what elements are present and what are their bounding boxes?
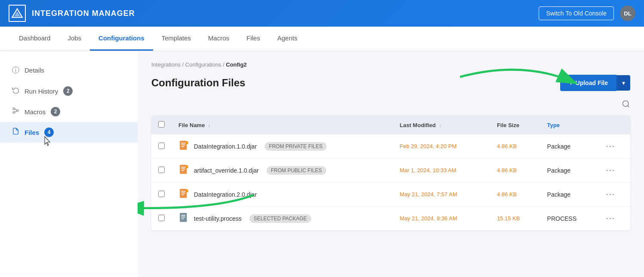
- file-type-icon: [178, 164, 190, 177]
- content-area: Integrations / Configurations / Config2 …: [138, 51, 644, 277]
- file-type: Package: [540, 183, 599, 207]
- files-badge: 4: [44, 128, 54, 137]
- sidebar-item-details-label: Details: [25, 67, 44, 74]
- sidebar-item-files-label: Files: [25, 129, 39, 136]
- row-more-button-1[interactable]: ···: [606, 166, 615, 175]
- svg-rect-20: [181, 191, 186, 192]
- page-title: Configuration Files: [151, 77, 245, 89]
- sidebar-item-macros[interactable]: Macros 2: [0, 101, 138, 122]
- file-date: May 21, 2024, 8:36 AM: [393, 207, 490, 231]
- svg-line-8: [628, 106, 629, 107]
- nav-item-jobs[interactable]: Jobs: [59, 27, 90, 51]
- table-row: test-utility.processSELECTED PACKAGEMay …: [151, 207, 630, 231]
- file-type-icon: [178, 212, 190, 225]
- svg-rect-11: [181, 145, 186, 146]
- svg-rect-18: [186, 165, 188, 168]
- upload-dropdown-button[interactable]: ▾: [616, 75, 630, 91]
- upload-file-button[interactable]: + Upload File: [560, 75, 616, 91]
- sidebar-item-run-history-label: Run History: [25, 88, 58, 95]
- file-type-icon: [178, 188, 190, 201]
- file-size: 4.86 KB: [490, 134, 540, 158]
- table-row: DataIntegration.1.0.djarFROM PRIVATE FIL…: [151, 134, 630, 158]
- breadcrumb: Integrations / Configurations / Config2: [151, 61, 630, 68]
- col-actions: [599, 116, 630, 134]
- header-right: Switch To Old Console DL: [539, 6, 635, 21]
- nav-item-dashboard[interactable]: Dashboard: [10, 27, 59, 51]
- svg-rect-12: [181, 146, 184, 147]
- svg-rect-22: [181, 195, 184, 195]
- files-icon: [12, 128, 19, 137]
- row-more-button-3[interactable]: ···: [606, 214, 615, 223]
- sort-icon-filename[interactable]: ↕: [208, 123, 211, 128]
- svg-rect-23: [186, 189, 188, 192]
- sidebar-item-macros-label: Macros: [25, 108, 46, 116]
- sidebar-item-run-history[interactable]: Run History 2: [0, 81, 138, 101]
- table-header-row: File Name ↕ Last Modified ↕ File Size Ty…: [151, 116, 630, 134]
- header-left: INTEGRATION MANAGER: [9, 5, 135, 22]
- file-type: Package: [540, 158, 599, 183]
- row-checkbox-1[interactable]: [158, 167, 165, 173]
- sidebar-item-files[interactable]: Files 4: [0, 122, 138, 143]
- select-all-header: [151, 116, 172, 134]
- file-size: 15.15 KB: [490, 207, 540, 231]
- file-name: DataIntegration.2.0.djar: [194, 191, 257, 198]
- col-filename: File Name ↕: [172, 116, 393, 134]
- svg-line-3: [15, 109, 16, 110]
- breadcrumb-configurations[interactable]: Configurations: [185, 61, 221, 68]
- app-header: INTEGRATION MANAGER Switch To Old Consol…: [0, 0, 644, 27]
- row-more-button-2[interactable]: ···: [606, 190, 615, 199]
- file-name: DataIntegration.1.0.djar: [194, 143, 257, 150]
- file-date: Feb 29, 2024, 4:20 PM: [393, 134, 490, 158]
- avatar: DL: [620, 6, 635, 21]
- breadcrumb-current: Config2: [226, 61, 246, 68]
- nav-item-files[interactable]: Files: [238, 27, 269, 51]
- upload-file-label: Upload File: [576, 79, 608, 86]
- plus-icon: +: [569, 79, 573, 87]
- svg-line-4: [15, 111, 16, 113]
- nav-item-configurations[interactable]: Configurations: [90, 27, 153, 51]
- col-type: Type: [540, 116, 599, 134]
- svg-rect-16: [181, 169, 186, 170]
- svg-rect-10: [181, 143, 186, 144]
- file-type: Package: [540, 134, 599, 158]
- file-name: artifact_override.1.0.djar: [194, 167, 259, 174]
- search-button[interactable]: [622, 100, 630, 110]
- sidebar: ⓘ Details Run History 2: [0, 51, 138, 277]
- svg-rect-26: [181, 217, 186, 218]
- switch-console-button[interactable]: Switch To Old Console: [539, 6, 614, 20]
- svg-rect-27: [181, 219, 184, 219]
- macros-icon: [12, 107, 19, 116]
- row-checkbox-3[interactable]: [158, 215, 165, 221]
- info-icon: ⓘ: [12, 65, 19, 75]
- file-date: May 21, 2024, 7:57 AM: [393, 183, 490, 207]
- row-checkbox-2[interactable]: [158, 191, 165, 197]
- sidebar-item-details[interactable]: ⓘ Details: [0, 60, 138, 81]
- breadcrumb-integrations[interactable]: Integrations: [151, 61, 181, 68]
- table-row: artifact_override.1.0.djarFROM PUBLIC FI…: [151, 158, 630, 183]
- page-header: Configuration Files + Upload File ▾: [151, 75, 630, 91]
- nav-item-agents[interactable]: Agents: [269, 27, 306, 51]
- select-all-checkbox[interactable]: [158, 121, 165, 128]
- sort-icon-lastmodified[interactable]: ↕: [439, 123, 442, 128]
- svg-point-7: [623, 101, 629, 107]
- history-icon: [12, 86, 19, 96]
- nav-item-templates[interactable]: Templates: [153, 27, 199, 51]
- run-history-badge: 2: [63, 86, 73, 96]
- file-type: PROCESS: [540, 207, 599, 231]
- header-actions: + Upload File ▾: [560, 75, 630, 91]
- chevron-down-icon: ▾: [622, 79, 625, 86]
- svg-point-1: [13, 112, 15, 113]
- svg-rect-21: [181, 193, 186, 194]
- svg-rect-25: [181, 215, 186, 216]
- col-filesize: File Size: [490, 116, 540, 134]
- file-name: test-utility.process: [194, 215, 242, 222]
- nav-item-macros[interactable]: Macros: [199, 27, 238, 51]
- svg-rect-13: [186, 141, 188, 144]
- cursor-indicator: [43, 136, 52, 148]
- main-layout: ⓘ Details Run History 2: [0, 51, 644, 277]
- table-row: DataIntegration.2.0.djarMay 21, 2024, 7:…: [151, 183, 630, 207]
- svg-point-2: [17, 110, 18, 111]
- search-row: [151, 100, 630, 110]
- row-checkbox-0[interactable]: [158, 143, 165, 149]
- row-more-button-0[interactable]: ···: [606, 142, 615, 151]
